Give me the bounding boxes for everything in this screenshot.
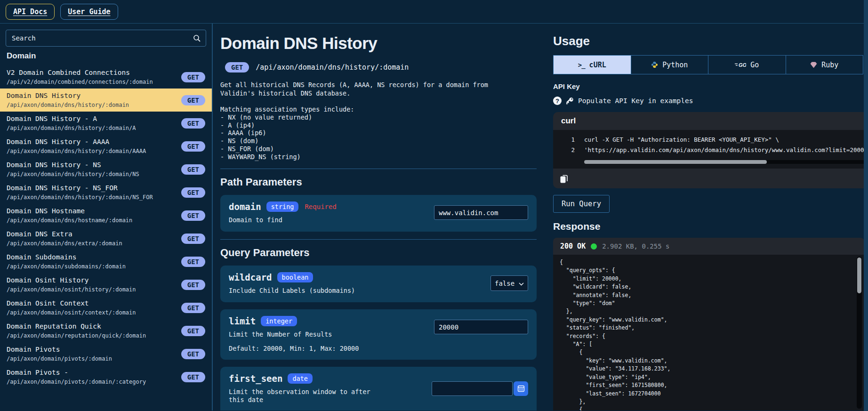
page-title: Domain DNS History (220, 34, 537, 53)
sidebar-item-text: Domain DNS History - A/api/axon/domain/d… (7, 115, 136, 131)
sidebar-item-path: /api/axon/domain/subdomains/:domain (7, 263, 126, 270)
param-card-wildcard: wildcardbooleanInclude Child Labels (sub… (220, 266, 537, 302)
limit-input[interactable] (434, 320, 528, 334)
sidebar-item-text: Domain DNS Extra/api/axon/domain/dns/ext… (7, 230, 122, 247)
sidebar-item[interactable]: Domain Pivots/api/axon/domain/pivots/:do… (0, 342, 212, 365)
sidebar-item-path: /api/axon/domain/dns/extra/:domain (7, 240, 122, 247)
go-icon: GO (735, 62, 746, 68)
method-badge: GET (181, 141, 205, 152)
sidebar-item[interactable]: Domain Osint History/api/axon/domain/osi… (0, 273, 212, 296)
tab-ruby[interactable]: Ruby (786, 56, 863, 74)
historical-dns-database-link[interactable]: historical DNS database (258, 89, 346, 97)
method-badge: GET (181, 72, 205, 82)
search-input[interactable] (11, 34, 193, 42)
domain-input[interactable] (434, 205, 528, 220)
sidebar-item[interactable]: Domain DNS Hostname/api/axon/domain/dns/… (0, 204, 212, 227)
method-badge: GET (181, 118, 205, 129)
sidebar-item[interactable]: Domain DNS Extra/api/axon/domain/dns/ext… (0, 227, 212, 250)
sidebar-item-path: /api/axon/domain/reputation/quick/:domai… (7, 332, 146, 339)
copy-button[interactable] (560, 174, 569, 184)
method-badge: GET (181, 210, 205, 221)
method-badge: GET (181, 234, 205, 244)
sidebar-item-title: Domain DNS Hostname (7, 207, 132, 215)
sidebar-item-text: Domain DNS History - NS_FOR/api/axon/dom… (7, 184, 153, 201)
sidebar-item-text: V2 Domain Combined Connections/api/v2/do… (7, 69, 153, 85)
populate-label: Populate API Key in examples (578, 97, 693, 105)
sidebar-item[interactable]: Domain Pivots -/api/axon/domain/pivots/:… (0, 365, 212, 388)
matching-types: Matching association types include: - NX… (220, 105, 537, 161)
help-icon[interactable]: ? (553, 97, 562, 105)
response-json: { "query_opts": { "limit": 20000, "wildc… (553, 255, 864, 411)
populate-api-key-action[interactable]: ? Populate API Key in examples (553, 97, 863, 105)
sidebar-item-title: Domain DNS Extra (7, 230, 122, 238)
first_seen-calendar-button[interactable] (514, 381, 528, 396)
param-info: wildcardbooleanInclude Child Labels (sub… (229, 272, 355, 295)
divider (220, 239, 537, 240)
param-control (434, 320, 528, 334)
sidebar-item-title: V2 Domain Combined Connections (7, 69, 153, 76)
param-card-domain: domainstringRequiredDomain to find (220, 195, 537, 232)
sidebar-item-path: /api/axon/domain/osint/history/:domain (7, 286, 136, 293)
tab-python[interactable]: Python (631, 56, 708, 74)
api-docs-button[interactable]: API Docs (6, 4, 55, 20)
method-badge: GET (181, 349, 205, 359)
sidebar-item-title: Domain Subdomains (7, 253, 126, 261)
code-body: 1curl -X GET -H "Authorization: BEARER <… (553, 130, 868, 169)
param-type-badge: boolean (277, 272, 313, 282)
wildcard-select[interactable]: false (490, 275, 528, 291)
method-badge: GET (181, 372, 205, 382)
sidebar-item-title: Domain Pivots (7, 346, 112, 353)
sidebar-item[interactable]: Domain DNS History - NS_FOR/api/axon/dom… (0, 181, 212, 204)
sidebar-item-path: /api/axon/domain/dns/history/:domain (7, 102, 129, 108)
response-meta: 2.902 KB, 0.255 s (602, 242, 669, 250)
status-code: 200 OK (560, 242, 586, 250)
param-description: Domain to find (229, 216, 337, 224)
sidebar-item[interactable]: Domain Subdomains/api/axon/domain/subdom… (0, 250, 212, 273)
param-name: limit (229, 316, 256, 326)
tab-go[interactable]: GOGo (708, 56, 786, 74)
run-query-button[interactable]: Run Query (553, 195, 610, 213)
method-badge: GET (181, 326, 205, 336)
response-scrollbar-thumb[interactable] (857, 258, 861, 293)
page-scrollbar[interactable] (864, 0, 868, 411)
curl-code-block: curl 1curl -X GET -H "Authorization: BEA… (553, 112, 868, 188)
method-badge: GET (181, 164, 205, 175)
sidebar-item-path: /api/axon/domain/dns/history/:domain/NS (7, 171, 139, 177)
param-control (432, 381, 528, 396)
top-navigation: API Docs User Guide (0, 0, 868, 24)
matching-type-item: - NS (dom) (220, 137, 537, 145)
response-status-bar: 200 OK 2.902 KB, 0.255 s (553, 238, 864, 255)
user-guide-button[interactable]: User Guide (60, 4, 118, 20)
sidebar-item[interactable]: Domain Osint Context/api/axon/domain/osi… (0, 296, 212, 319)
key-icon (566, 97, 574, 105)
sidebar-item-title: Domain Osint Context (7, 299, 136, 307)
first_seen-input[interactable] (432, 381, 513, 396)
sidebar-item[interactable]: Domain DNS History - A/api/axon/domain/d… (0, 112, 212, 135)
method-badge: GET (181, 95, 205, 105)
param-title: limitinteger (229, 316, 332, 326)
code-line: 1curl -X GET -H "Authorization: BEARER <… (553, 135, 868, 145)
sidebar-item-text: Domain Pivots/api/axon/domain/pivots/:do… (7, 346, 112, 362)
param-type-badge: integer (261, 316, 297, 326)
tab-label: Python (662, 61, 688, 69)
param-card-first_seen: first_seendateLimit the observation wind… (220, 367, 537, 411)
param-row: first_seendateLimit the observation wind… (229, 373, 528, 404)
param-title: first_seendate (229, 373, 384, 384)
sidebar-item[interactable]: Domain Reputation Quick/api/axon/domain/… (0, 319, 212, 342)
status-ok-dot (591, 243, 597, 250)
code-line-text: 'https://app.validin.com/api/axon/domain… (584, 145, 868, 155)
sidebar-item[interactable]: V2 Domain Combined Connections/api/v2/do… (0, 65, 212, 89)
sidebar-item[interactable]: Domain DNS History - AAAA/api/axon/domai… (0, 135, 212, 158)
sidebar-item-title: Domain DNS History - AAAA (7, 138, 146, 145)
param-type-badge: date (288, 373, 313, 384)
param-row: limitintegerLimit the Number of Results (229, 316, 528, 338)
sidebar-item[interactable]: Domain DNS History/api/axon/domain/dns/h… (0, 89, 212, 112)
tab-curl[interactable]: >_cURL (554, 56, 631, 74)
param-card-limit: limitintegerLimit the Number of ResultsD… (220, 309, 537, 360)
response-panel: 200 OK 2.902 KB, 0.255 s { "query_opts":… (553, 238, 864, 411)
code-scrollbar-thumb[interactable] (584, 160, 767, 164)
sidebar-item-text: Domain Reputation Quick/api/axon/domain/… (7, 322, 146, 339)
sidebar-item[interactable]: Domain DNS History - NS/api/axon/domain/… (0, 158, 212, 181)
sidebar-item-text: Domain DNS History/api/axon/domain/dns/h… (7, 92, 129, 108)
required-flag: Required (305, 203, 336, 210)
